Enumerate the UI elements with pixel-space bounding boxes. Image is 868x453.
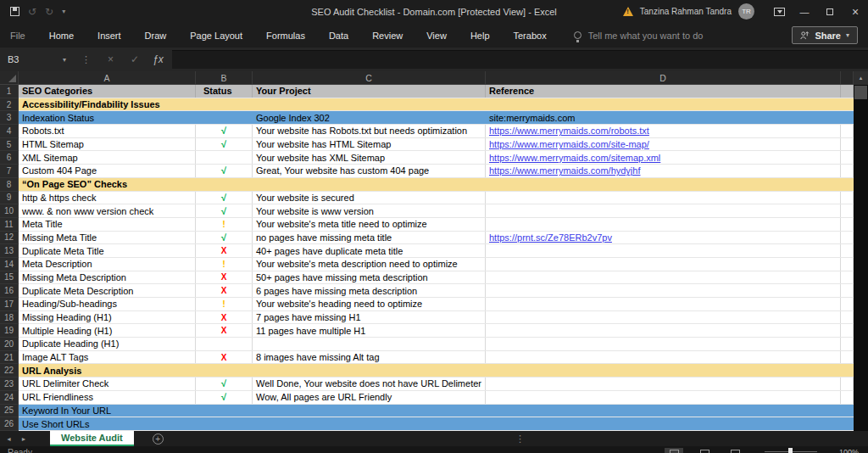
cell-B7[interactable]: √ [196,165,253,177]
cell-B13[interactable]: X [196,244,253,257]
row-header-9[interactable]: 9 [0,192,19,205]
cell-B1[interactable]: Status [196,85,253,98]
save-icon[interactable] [10,7,19,16]
row-header-8[interactable]: 8 [0,178,19,192]
new-sheet-button[interactable]: + [153,433,164,445]
undo-icon[interactable]: ↺ [28,7,36,17]
cell-B8[interactable] [196,178,253,191]
ribbon-tab-home[interactable]: Home [37,23,86,48]
ribbon-tab-insert[interactable]: Insert [86,23,133,48]
row-header-3[interactable]: 3 [0,111,19,125]
ribbon-tab-formulas[interactable]: Formulas [254,23,317,48]
cell-B22[interactable] [196,364,253,377]
cell-B16[interactable]: X [196,284,253,297]
minimize-button[interactable]: — [792,0,817,23]
confirm-entry-button[interactable]: ✓ [122,53,147,65]
cell-D11[interactable] [486,218,841,231]
row-header-18[interactable]: 18 [0,311,19,325]
row-header-16[interactable]: 16 [0,284,19,298]
cell-D16[interactable] [486,284,841,297]
ribbon-tab-page-layout[interactable]: Page Layout [178,23,254,48]
cell-A10[interactable]: www. & non www version check [19,204,196,217]
row-header-19[interactable]: 19 [0,324,19,338]
cell-C17[interactable]: Your website's heading need to optimize [253,298,486,310]
zoom-slider-handle[interactable] [788,448,793,453]
cell-C24[interactable]: Wow, All pages are URL Friendly [253,391,486,404]
cell-B5[interactable]: √ [196,138,253,151]
cell-A1[interactable]: SEO Categories [19,85,196,98]
cell-D24[interactable] [486,391,841,404]
cell-D14[interactable] [486,258,841,271]
cell-C13[interactable]: 40+ pages have duplicate meta title [253,244,486,257]
cell-sliver-6[interactable] [841,151,854,164]
cell-A6[interactable]: XML Sitemap [19,151,196,164]
avatar[interactable]: TR [738,3,754,20]
share-button[interactable]: Share ▾ [792,26,858,44]
cell-D12[interactable]: https://prnt.sc/Ze78ERb2v7pv [486,232,841,244]
cell-A14[interactable]: Meta Description [19,258,196,271]
row-header-7[interactable]: 7 [0,165,19,178]
cell-sliver-12[interactable] [841,232,854,244]
row-header-6[interactable]: 6 [0,151,19,165]
cell-A9[interactable]: http & https check [19,192,196,204]
reference-link[interactable]: https://www.merrymaids.com/robots.txt [489,126,649,136]
cell-sliver-7[interactable] [841,165,854,177]
cell-D23[interactable] [486,378,841,390]
cell-D10[interactable] [486,204,841,217]
cell-C21[interactable]: 8 images have missing Alt tag [253,351,486,364]
cell-sliver-18[interactable] [841,311,854,324]
row-header-20[interactable]: 20 [0,338,19,351]
cell-sliver-22[interactable] [841,364,854,377]
cell-B26[interactable] [196,417,253,430]
cell-C20[interactable] [253,338,486,350]
cell-D18[interactable] [486,311,841,324]
cell-sliver-26[interactable] [841,417,854,430]
column-header-B[interactable]: B [196,71,253,84]
row-header-25[interactable]: 25 [0,405,19,418]
cell-sliver-10[interactable] [841,204,854,217]
cell-B23[interactable]: √ [196,378,253,390]
cell-sliver-3[interactable] [841,111,854,124]
row-header-15[interactable]: 15 [0,271,19,285]
row-header-13[interactable]: 13 [0,244,19,258]
cell-sliver-9[interactable] [841,192,854,204]
cell-sliver-23[interactable] [841,378,854,390]
vertical-scrollbar-thumb[interactable] [854,86,867,99]
cell-D26[interactable] [486,417,841,430]
cell-B18[interactable]: X [196,311,253,324]
cell-sliver-15[interactable] [841,271,854,284]
row-header-4[interactable]: 4 [0,125,19,138]
zoom-level[interactable]: 100% [839,448,859,453]
cell-A12[interactable]: Missing Meta Title [19,232,196,244]
row-header-17[interactable]: 17 [0,298,19,311]
cell-B3[interactable] [196,111,253,124]
cell-sliver-17[interactable] [841,298,854,310]
cell-C23[interactable]: Well Done, Your website does not have UR… [253,378,486,390]
formula-input[interactable] [172,50,868,69]
cell-C9[interactable]: Your website is secured [253,192,486,204]
cell-B25[interactable] [196,405,253,417]
cell-C18[interactable]: 7 pages have missing H1 [253,311,486,324]
normal-view-button[interactable] [665,448,683,453]
cell-C25[interactable] [253,405,486,417]
cell-sliver-21[interactable] [841,351,854,364]
cell-D21[interactable] [486,351,841,364]
cell-A20[interactable]: Duplicate Heading (H1) [19,338,196,350]
cell-C16[interactable]: 6 pages have missing meta description [253,284,486,297]
cell-C10[interactable]: Your website is www version [253,204,486,217]
cell-D4[interactable]: https://www.merrymaids.com/robots.txt [486,125,841,137]
row-header-1[interactable]: 1 [0,85,19,98]
cell-D9[interactable] [486,192,841,204]
cell-B2[interactable] [196,98,253,111]
sheet-next-icon[interactable]: ► [18,436,30,442]
cell-A5[interactable]: HTML Sitemap [19,138,196,151]
name-box-caret-icon[interactable]: ▾ [63,56,66,64]
name-box[interactable]: B3 ▾ [0,48,73,71]
restore-button[interactable] [817,0,843,23]
cell-D17[interactable] [486,298,841,310]
cell-B21[interactable]: X [196,351,253,364]
cancel-entry-button[interactable]: × [99,53,122,65]
row-header-24[interactable]: 24 [0,391,19,405]
vertical-scrollbar[interactable]: ▲ [854,71,868,431]
cell-A8[interactable]: “On Page SEO” Checks [19,178,196,191]
